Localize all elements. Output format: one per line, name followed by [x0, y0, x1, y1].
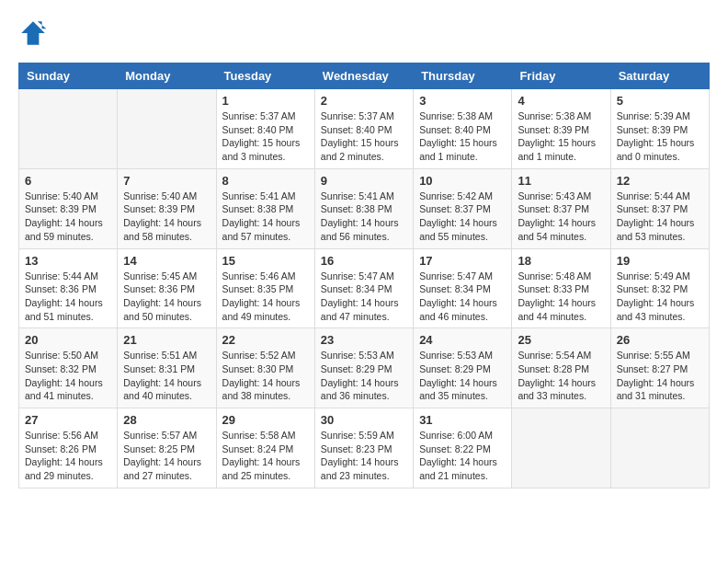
day-info: Sunrise: 5:59 AM Sunset: 8:23 PM Dayligh… [321, 429, 407, 483]
day-info: Sunrise: 5:48 AM Sunset: 8:33 PM Dayligh… [518, 270, 604, 324]
day-info: Sunrise: 5:56 AM Sunset: 8:26 PM Dayligh… [25, 429, 111, 483]
calendar-cell: 7Sunrise: 5:40 AM Sunset: 8:39 PM Daylig… [118, 168, 216, 248]
day-number: 25 [518, 333, 604, 347]
calendar-cell: 31Sunrise: 6:00 AM Sunset: 8:22 PM Dayli… [414, 408, 512, 488]
calendar-cell: 29Sunrise: 5:58 AM Sunset: 8:24 PM Dayli… [216, 408, 314, 488]
day-info: Sunrise: 5:54 AM Sunset: 8:28 PM Dayligh… [518, 349, 604, 403]
calendar-cell: 9Sunrise: 5:41 AM Sunset: 8:38 PM Daylig… [314, 168, 413, 248]
day-info: Sunrise: 5:40 AM Sunset: 8:39 PM Dayligh… [25, 190, 111, 244]
day-number: 11 [518, 174, 604, 188]
day-number: 23 [321, 333, 407, 347]
day-number: 21 [123, 333, 210, 347]
day-number: 2 [321, 94, 407, 108]
day-number: 6 [25, 174, 111, 188]
day-number: 15 [222, 254, 309, 268]
day-number: 26 [617, 333, 703, 347]
day-number: 14 [123, 254, 210, 268]
calendar-table: SundayMondayTuesdayWednesdayThursdayFrid… [18, 63, 710, 488]
day-number: 31 [419, 413, 506, 427]
day-info: Sunrise: 6:00 AM Sunset: 8:22 PM Dayligh… [419, 429, 506, 483]
calendar-header-sunday: Sunday [19, 63, 118, 89]
day-info: Sunrise: 5:52 AM Sunset: 8:30 PM Dayligh… [222, 349, 309, 403]
day-info: Sunrise: 5:47 AM Sunset: 8:34 PM Dayligh… [419, 270, 506, 324]
day-info: Sunrise: 5:55 AM Sunset: 8:27 PM Dayligh… [617, 349, 703, 403]
day-info: Sunrise: 5:44 AM Sunset: 8:37 PM Dayligh… [617, 190, 703, 244]
calendar-week-row: 20Sunrise: 5:50 AM Sunset: 8:32 PM Dayli… [19, 328, 710, 408]
calendar-cell: 21Sunrise: 5:51 AM Sunset: 8:31 PM Dayli… [118, 328, 216, 408]
day-info: Sunrise: 5:53 AM Sunset: 8:29 PM Dayligh… [321, 349, 407, 403]
calendar-header-tuesday: Tuesday [216, 63, 314, 89]
calendar-cell: 28Sunrise: 5:57 AM Sunset: 8:25 PM Dayli… [118, 408, 216, 488]
day-info: Sunrise: 5:46 AM Sunset: 8:35 PM Dayligh… [222, 270, 309, 324]
day-number: 27 [25, 413, 111, 427]
day-info: Sunrise: 5:53 AM Sunset: 8:29 PM Dayligh… [419, 349, 506, 403]
day-info: Sunrise: 5:40 AM Sunset: 8:39 PM Dayligh… [123, 190, 210, 244]
day-info: Sunrise: 5:47 AM Sunset: 8:34 PM Dayligh… [321, 270, 407, 324]
calendar-cell: 19Sunrise: 5:49 AM Sunset: 8:32 PM Dayli… [610, 248, 709, 328]
day-info: Sunrise: 5:38 AM Sunset: 8:39 PM Dayligh… [518, 109, 604, 164]
day-number: 30 [321, 413, 407, 427]
day-number: 9 [321, 174, 407, 188]
page-header [18, 18, 710, 48]
calendar-cell: 18Sunrise: 5:48 AM Sunset: 8:33 PM Dayli… [512, 248, 610, 328]
calendar-cell: 17Sunrise: 5:47 AM Sunset: 8:34 PM Dayli… [414, 248, 512, 328]
day-info: Sunrise: 5:57 AM Sunset: 8:25 PM Dayligh… [123, 429, 210, 483]
day-info: Sunrise: 5:37 AM Sunset: 8:40 PM Dayligh… [222, 109, 309, 164]
day-number: 4 [518, 94, 604, 108]
calendar-cell: 3Sunrise: 5:38 AM Sunset: 8:40 PM Daylig… [414, 89, 512, 169]
calendar-cell: 30Sunrise: 5:59 AM Sunset: 8:23 PM Dayli… [314, 408, 413, 488]
calendar-cell [118, 89, 216, 169]
day-info: Sunrise: 5:39 AM Sunset: 8:39 PM Dayligh… [617, 109, 703, 164]
day-number: 3 [419, 94, 506, 108]
calendar-cell: 14Sunrise: 5:45 AM Sunset: 8:36 PM Dayli… [118, 248, 216, 328]
day-info: Sunrise: 5:50 AM Sunset: 8:32 PM Dayligh… [25, 349, 111, 403]
calendar-cell: 22Sunrise: 5:52 AM Sunset: 8:30 PM Dayli… [216, 328, 314, 408]
calendar-cell [512, 408, 610, 488]
calendar-cell: 27Sunrise: 5:56 AM Sunset: 8:26 PM Dayli… [19, 408, 118, 488]
calendar-cell: 20Sunrise: 5:50 AM Sunset: 8:32 PM Dayli… [19, 328, 118, 408]
calendar-header-row: SundayMondayTuesdayWednesdayThursdayFrid… [19, 63, 710, 89]
day-info: Sunrise: 5:58 AM Sunset: 8:24 PM Dayligh… [222, 429, 309, 483]
day-number: 12 [617, 174, 703, 188]
calendar-header-friday: Friday [512, 63, 610, 89]
calendar-header-monday: Monday [118, 63, 216, 89]
calendar-cell: 15Sunrise: 5:46 AM Sunset: 8:35 PM Dayli… [216, 248, 314, 328]
calendar-week-row: 1Sunrise: 5:37 AM Sunset: 8:40 PM Daylig… [19, 89, 710, 169]
logo-icon [18, 18, 48, 48]
day-info: Sunrise: 5:42 AM Sunset: 8:37 PM Dayligh… [419, 190, 506, 244]
calendar-week-row: 27Sunrise: 5:56 AM Sunset: 8:26 PM Dayli… [19, 408, 710, 488]
day-number: 8 [222, 174, 309, 188]
calendar-cell: 25Sunrise: 5:54 AM Sunset: 8:28 PM Dayli… [512, 328, 610, 408]
day-info: Sunrise: 5:43 AM Sunset: 8:37 PM Dayligh… [518, 190, 604, 244]
day-number: 24 [419, 333, 506, 347]
day-number: 22 [222, 333, 309, 347]
calendar-cell: 1Sunrise: 5:37 AM Sunset: 8:40 PM Daylig… [216, 89, 314, 169]
day-number: 5 [617, 94, 703, 108]
calendar-header-saturday: Saturday [610, 63, 709, 89]
logo [18, 18, 51, 48]
day-number: 20 [25, 333, 111, 347]
day-number: 13 [25, 254, 111, 268]
day-number: 7 [123, 174, 210, 188]
calendar-cell [610, 408, 709, 488]
day-info: Sunrise: 5:37 AM Sunset: 8:40 PM Dayligh… [321, 109, 407, 164]
day-info: Sunrise: 5:41 AM Sunset: 8:38 PM Dayligh… [222, 190, 309, 244]
day-number: 17 [419, 254, 506, 268]
calendar-cell: 2Sunrise: 5:37 AM Sunset: 8:40 PM Daylig… [314, 89, 413, 169]
day-number: 18 [518, 254, 604, 268]
calendar-cell: 6Sunrise: 5:40 AM Sunset: 8:39 PM Daylig… [19, 168, 118, 248]
day-number: 16 [321, 254, 407, 268]
calendar-cell: 26Sunrise: 5:55 AM Sunset: 8:27 PM Dayli… [610, 328, 709, 408]
day-info: Sunrise: 5:51 AM Sunset: 8:31 PM Dayligh… [123, 349, 210, 403]
svg-marker-0 [21, 21, 45, 45]
calendar-cell [19, 89, 118, 169]
calendar-cell: 4Sunrise: 5:38 AM Sunset: 8:39 PM Daylig… [512, 89, 610, 169]
day-number: 28 [123, 413, 210, 427]
calendar-cell: 24Sunrise: 5:53 AM Sunset: 8:29 PM Dayli… [414, 328, 512, 408]
day-info: Sunrise: 5:41 AM Sunset: 8:38 PM Dayligh… [321, 190, 407, 244]
calendar-cell: 5Sunrise: 5:39 AM Sunset: 8:39 PM Daylig… [610, 89, 709, 169]
day-info: Sunrise: 5:38 AM Sunset: 8:40 PM Dayligh… [419, 109, 506, 164]
day-info: Sunrise: 5:49 AM Sunset: 8:32 PM Dayligh… [617, 270, 703, 324]
calendar-cell: 12Sunrise: 5:44 AM Sunset: 8:37 PM Dayli… [610, 168, 709, 248]
calendar-cell: 16Sunrise: 5:47 AM Sunset: 8:34 PM Dayli… [314, 248, 413, 328]
